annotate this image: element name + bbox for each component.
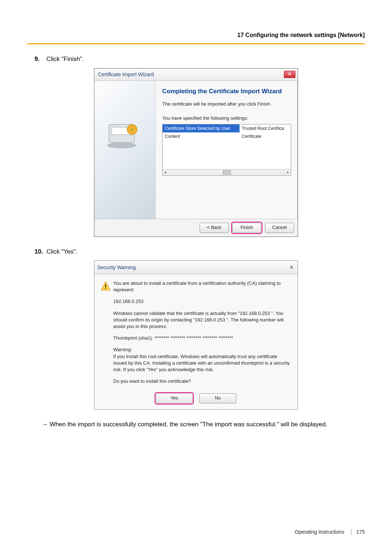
- close-icon[interactable]: ×: [289, 263, 295, 272]
- warning-text: You are about to install a certificate f…: [113, 280, 292, 390]
- svg-point-4: [107, 143, 136, 148]
- footer-page: 175: [351, 529, 365, 535]
- table-row[interactable]: Content Certificate: [163, 132, 291, 140]
- cell-content: Content: [163, 132, 240, 140]
- footer-label: Operating Instructions: [295, 529, 344, 535]
- warning-footer: Yes No: [94, 390, 298, 409]
- step-9: 9. Click "Finish".: [34, 54, 365, 64]
- step-9-text: Click "Finish".: [46, 56, 84, 62]
- warn-p1: You are about to install a certificate f…: [113, 280, 292, 293]
- wizard-side-graphic: ✔: [94, 81, 156, 219]
- result-note: → When the import is successfully comple…: [42, 420, 365, 429]
- scroll-thumb[interactable]: [223, 170, 231, 175]
- table-row[interactable]: Certificate Store Selected by User Trust…: [163, 124, 291, 132]
- wizard-heading: Completing the Certificate Import Wizard: [162, 87, 291, 95]
- wizard-content: Completing the Certificate Import Wizard…: [156, 81, 298, 219]
- yes-button[interactable]: Yes: [156, 393, 193, 403]
- warn-p5: Warning: If you install this root certif…: [113, 346, 292, 373]
- close-icon[interactable]: ✕: [284, 71, 295, 78]
- warn-p6: Do you want to install this certificate?: [113, 378, 292, 385]
- wizard-footer: < Back Finish Cancel: [94, 219, 298, 237]
- cert-icon: ✔: [105, 110, 145, 150]
- step-10-number: 10.: [34, 247, 45, 257]
- finish-button[interactable]: Finish: [232, 223, 261, 233]
- security-warning-dialog: Security Warning × ! You are about to in…: [94, 260, 298, 410]
- cancel-button[interactable]: Cancel: [265, 223, 294, 233]
- warn-p3: Windows cannot validate that the certifi…: [113, 310, 292, 330]
- scroll-left-icon[interactable]: ◂: [164, 169, 166, 175]
- wizard-line2: You have specified the following setting…: [162, 115, 291, 122]
- warn-p2: 192.168.0.253: [113, 298, 292, 305]
- step-10-text: Click "Yes".: [46, 248, 78, 255]
- warning-title-text: Security Warning: [97, 264, 136, 271]
- scroll-right-icon[interactable]: ▸: [287, 169, 289, 175]
- warning-titlebar: Security Warning ×: [94, 261, 298, 274]
- warn-p4: Thumbprint (sha1): ******** ******** ***…: [113, 335, 292, 341]
- no-button[interactable]: No: [199, 393, 236, 403]
- warning-icon: !: [100, 280, 113, 390]
- cell-store-val: Trusted Root Certifica: [240, 124, 291, 132]
- cell-store: Certificate Store Selected by User: [163, 124, 240, 132]
- settings-listbox[interactable]: Certificate Store Selected by User Trust…: [162, 124, 291, 176]
- step-10: 10. Click "Yes".: [34, 247, 365, 257]
- wizard-line1: The certificate will be imported after y…: [162, 100, 291, 108]
- wizard-titlebar: Certificate Import Wizard ✕: [94, 69, 298, 81]
- warn-p5-body: If you install this root certificate, Wi…: [113, 354, 290, 372]
- page-footer: Operating Instructions 175: [295, 528, 365, 536]
- warn-p5-head: Warning:: [113, 347, 132, 352]
- svg-text:✔: ✔: [130, 127, 134, 132]
- cert-wizard-dialog: Certificate Import Wizard ✕ ✔ Completing…: [94, 68, 298, 237]
- step-9-number: 9.: [34, 54, 45, 64]
- cell-content-val: Certificate: [240, 132, 291, 140]
- section-header: 17 Configuring the network settings [Net…: [27, 31, 365, 43]
- horizontal-scrollbar[interactable]: ◂ ▸: [163, 169, 291, 175]
- svg-text:!: !: [105, 284, 106, 290]
- back-button[interactable]: < Back: [200, 223, 229, 233]
- wizard-title-text: Certificate Import Wizard: [98, 71, 154, 78]
- header-rule: [27, 43, 365, 44]
